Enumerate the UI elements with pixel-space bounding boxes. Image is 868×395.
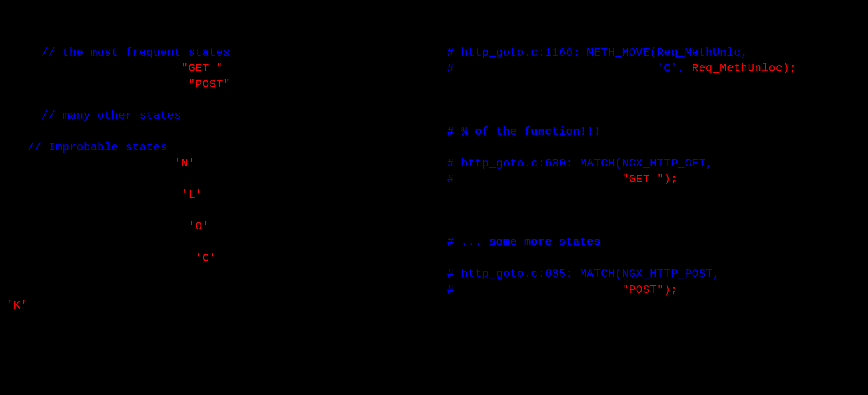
code-slide: Req_Method: { // the most frequent state… [0, 0, 868, 395]
highlight-token: Req_MethUnloc); [692, 62, 797, 75]
code-frag: , [216, 252, 223, 265]
char-literal: 'O' [188, 220, 209, 233]
string-literal: "GET " [182, 62, 224, 75]
code-line: http_goto: [433, 30, 503, 43]
char-literal: 'N' [174, 157, 195, 170]
code-line: Req_Method: { [7, 30, 97, 43]
code-line: cmpl $542393671, %edx [433, 188, 615, 201]
code-line: jne .L532 [433, 93, 538, 106]
code-line: Req_MethUnl); [7, 204, 209, 217]
code-comment-emph: # ¾ of the function!!! [433, 125, 601, 138]
code-line: MATCH(NGX_HTTP_GET, "GET "); [7, 62, 237, 75]
code-line: Req_MethUnloc); [7, 267, 237, 280]
code-comment: # "GET "); [433, 173, 678, 186]
code-comment: # http_goto.c:635: MATCH(NGX_HTTP_POST, [433, 267, 719, 280]
code-line: je .L478 [433, 315, 538, 328]
code-line: 'K'); [7, 299, 42, 312]
code-frag: , [195, 157, 202, 170]
code-comment: # http_goto.c:1166: METH_MOVE(Req_MethUn… [433, 46, 748, 59]
code-comment: # "POST"); [433, 283, 678, 296]
char-literal: 'C' [195, 252, 216, 265]
code-line: ... [7, 125, 63, 138]
code-line: cmpl $1414745936, %edx [433, 299, 622, 312]
code-comment: # 'C', Req_MethUnloc); [433, 62, 796, 75]
right-column: http_goto: # http_goto.c:1166: METH_MOVE… [429, 13, 868, 382]
code-line: je .L476 [433, 204, 538, 217]
char-literal: 'L' [182, 188, 202, 201]
code-line: Req_MethUnl: METH_MOVE('O', [7, 220, 216, 233]
char-literal: 'K' [7, 299, 27, 312]
code-comment-emph: # ... some more states [433, 236, 601, 249]
code-frag: MATCH(NGX_HTTP_POST, [7, 78, 188, 91]
code-frag: Req_MethUnlo: METH_MOVE( [7, 252, 195, 265]
code-line: MATCH(NGX_HTTP_POST, "POST"); [7, 78, 244, 91]
code-frag: ); [223, 62, 237, 75]
code-line: cmpb $67, %al [433, 78, 559, 91]
code-frag: ); [27, 299, 41, 312]
code-frag: ); [230, 78, 244, 91]
code-line: Req_MethUnlo); [7, 236, 223, 249]
code-comment: // Improbable states [7, 141, 167, 154]
code-comment: // many other states [7, 109, 182, 122]
code-frag: , [209, 220, 216, 233]
code-line: ... [7, 93, 63, 106]
code-line: Req_MethU: METH_MOVE('N', [7, 157, 202, 170]
code-frag: # [433, 283, 622, 296]
code-comment: # http_goto.c:630: MATCH(NGX_HTTP_GET, [433, 157, 713, 170]
code-frag: # 'C', [433, 62, 692, 75]
code-frag: Req_MethUn: METH_MOVE( [7, 188, 182, 201]
string-literal: "POST" [188, 78, 231, 91]
code-frag: MATCH(NGX_HTTP_GET, [7, 62, 182, 75]
code-frag: , [202, 188, 209, 201]
code-comment: // the most frequent states [7, 46, 230, 59]
code-line: Req_MethUnlo: METH_MOVE('C', [7, 252, 223, 265]
code-line: Req_MethUn); [7, 173, 258, 186]
code-frag: Req_MethUnl: METH_MOVE( [7, 220, 188, 233]
code-frag: # [433, 173, 622, 186]
string-literal: "POST"); [622, 283, 678, 296]
code-frag: Req_MethU: METH_MOVE( [7, 157, 174, 170]
left-column: Req_Method: { // the most frequent state… [7, 13, 429, 382]
string-literal: "GET "); [622, 173, 678, 186]
code-line: Req_MethUnloc: METH_MATCH(UNLOCK, [7, 283, 258, 296]
code-line: Req_MethUn: METH_MOVE('L', [7, 188, 209, 201]
code-line: } [7, 315, 13, 328]
